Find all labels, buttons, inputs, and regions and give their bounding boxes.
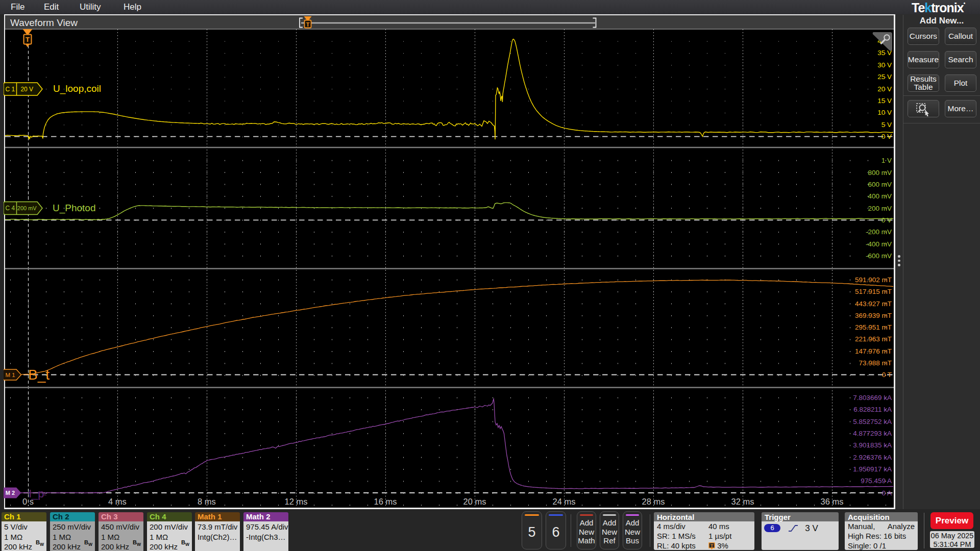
svg-text:443.927 mT: 443.927 mT (855, 300, 892, 308)
svg-text:M 2: M 2 (6, 490, 15, 496)
svg-text:20 V: 20 V (877, 85, 892, 93)
svg-text:1.950917 kA: 1.950917 kA (853, 465, 892, 473)
svg-text:U_Photod: U_Photod (53, 203, 96, 214)
svg-text:36 ms: 36 ms (821, 497, 844, 506)
svg-text:2.926376 kA: 2.926376 kA (853, 454, 892, 461)
svg-text:8 ms: 8 ms (198, 497, 216, 506)
svg-text:U_loop,coil: U_loop,coil (53, 83, 101, 94)
svg-text:4 ms: 4 ms (108, 497, 127, 506)
svg-text:0 T: 0 T (882, 371, 892, 379)
svg-text:16 ms: 16 ms (374, 497, 397, 506)
svg-text:5 V: 5 V (881, 121, 892, 129)
svg-text:20 V: 20 V (20, 86, 33, 93)
svg-text:10 V: 10 V (877, 109, 892, 116)
svg-text:0 V: 0 V (881, 216, 892, 224)
svg-text:T: T (306, 21, 310, 28)
svg-text:6.828211 kA: 6.828211 kA (853, 406, 892, 413)
svg-text:-600 mV: -600 mV (866, 252, 892, 260)
svg-text:600 mV: 600 mV (868, 181, 892, 188)
svg-text:20 ms: 20 ms (463, 497, 486, 506)
svg-text:C 1: C 1 (5, 86, 15, 93)
svg-text:295.951 mT: 295.951 mT (855, 323, 892, 331)
svg-text:30 V: 30 V (877, 61, 892, 69)
svg-text:975.459 A: 975.459 A (861, 477, 892, 485)
svg-text:32 ms: 32 ms (731, 497, 754, 506)
svg-text:800 mV: 800 mV (868, 169, 892, 177)
svg-text:3.901835 kA: 3.901835 kA (853, 441, 892, 449)
svg-text:z: z (44, 490, 47, 496)
svg-text:24 ms: 24 ms (553, 497, 576, 506)
svg-text:147.976 mT: 147.976 mT (855, 347, 892, 355)
svg-text:200 mV: 200 mV (17, 205, 37, 211)
svg-text:-200 mV: -200 mV (866, 228, 892, 236)
svg-text:C 4: C 4 (5, 205, 15, 212)
svg-text:25 V: 25 V (877, 73, 892, 81)
svg-text:T: T (710, 543, 714, 548)
svg-text:73.988 mT: 73.988 mT (859, 359, 892, 367)
svg-text:0 V: 0 V (881, 133, 892, 140)
svg-text:0 A: 0 A (881, 489, 892, 497)
svg-text:369.939 mT: 369.939 mT (855, 312, 892, 319)
svg-text:B_t: B_t (28, 367, 50, 383)
svg-text:I_p: I_p (29, 487, 44, 500)
svg-text:221.963 mT: 221.963 mT (855, 335, 892, 343)
svg-text:400 mV: 400 mV (868, 192, 892, 200)
svg-text:4.877293 kA: 4.877293 kA (853, 430, 892, 437)
svg-text:12 ms: 12 ms (285, 497, 308, 506)
svg-text:517.915 mT: 517.915 mT (855, 288, 892, 295)
svg-text:591.902 mT: 591.902 mT (855, 276, 892, 284)
svg-text:5.852752 kA: 5.852752 kA (853, 418, 892, 425)
svg-text:200 mV: 200 mV (868, 205, 892, 212)
svg-text:15 V: 15 V (877, 97, 892, 105)
svg-text:-400 mV: -400 mV (866, 240, 892, 248)
svg-text:M 1: M 1 (5, 372, 15, 378)
svg-text:T: T (26, 36, 30, 43)
svg-text:28 ms: 28 ms (642, 497, 665, 506)
svg-text:1 V: 1 V (881, 157, 892, 164)
svg-text:7.803669 kA: 7.803669 kA (853, 394, 892, 402)
